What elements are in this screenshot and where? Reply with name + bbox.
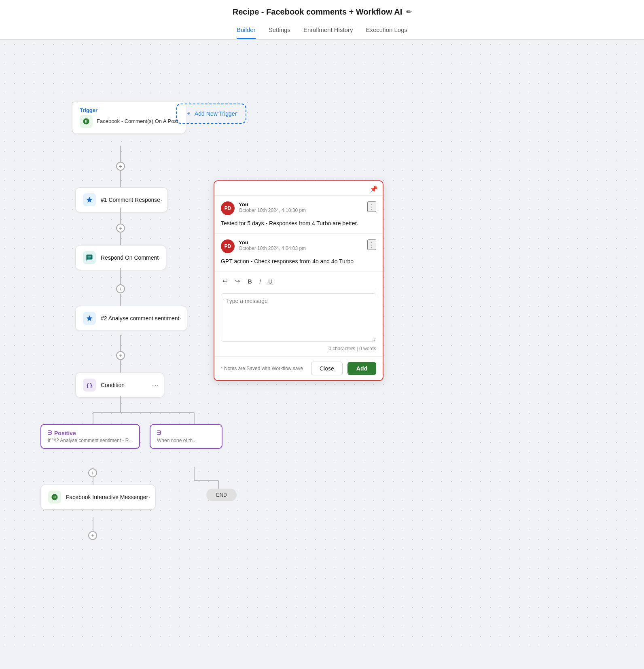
tab-builder[interactable]: Builder [237,22,256,39]
notes-footer: * Notes are Saved with Workflow save Clo… [214,356,383,380]
trigger-description: Facebook - Comment(s) On A Post [97,118,178,125]
comment-1-time: October 10th 2024, 4:10:30 pm [239,207,363,213]
add-trigger-label: Add New Trigger [195,110,237,117]
node-fb-messenger[interactable]: Facebook Interactive Messenger ⋯ [40,485,156,510]
node-3-menu[interactable]: ⋯ [175,314,182,323]
notes-header: 📌 [214,181,383,196]
ai-icon-2 [83,312,96,325]
redo-button[interactable]: ↪ [233,277,242,286]
node-respond-on-comment[interactable]: Respond On Comment ⋯ [75,245,166,270]
condition-icon: { } [83,379,96,392]
title-text: Recipe - Facebook comments + Workflow AI [233,7,402,17]
notes-panel: 📌 PD You October 10th 2024, 4:10:30 pm ⋮… [214,180,383,381]
branch-positive-subtitle: If "#2 Analyse comment sentiment - R... [48,438,133,443]
page-title: Recipe - Facebook comments + Workflow AI… [233,0,412,22]
italic-button[interactable]: I [258,277,263,286]
trigger-node[interactable]: Trigger Facebook - Comment(s) On A Post [72,101,186,134]
comment-2-time: October 10th 2024, 4:04:03 pm [239,246,363,251]
comment-2-text: GPT action - Check responses from 4o and… [221,257,376,266]
tab-execution-logs[interactable]: Execution Logs [366,22,407,39]
underline-button[interactable]: U [267,277,274,286]
node-2-menu[interactable]: ⋯ [154,253,161,262]
add-trigger-button[interactable]: ＋ Add New Trigger [176,104,246,124]
comment-1: PD You October 10th 2024, 4:10:30 pm ⋮ T… [214,196,383,234]
trigger-label: Trigger [80,107,178,113]
branch-none-subtitle: When none of th... [157,438,215,443]
branch-positive[interactable]: ᗱ Positive If "#2 Analyse comment sentim… [40,424,140,449]
node-condition[interactable]: { } Condition ⋯ [75,373,164,398]
node-2-label: Respond On Comment [101,254,159,261]
message-input[interactable] [221,293,376,342]
node-comment-response[interactable]: #1 Comment Response ⋯ [75,187,168,212]
comment-1-avatar: PD [221,201,235,215]
node-1-menu[interactable]: ⋯ [155,195,163,204]
plus-icon: ＋ [186,110,191,117]
edit-icon[interactable]: ✏ [406,8,411,16]
node-1-label: #1 Comment Response [101,197,160,203]
node-4-label: Condition [101,382,125,388]
comment-1-text: Tested for 5 days - Responses from 4 Tur… [221,219,376,228]
nav-tabs: Builder Settings Enrollment History Exec… [237,22,407,39]
plus-connector-5[interactable]: + [88,468,97,477]
branch-positive-title: ᗱ Positive [48,430,133,436]
add-button[interactable]: Add [347,362,376,375]
comment-1-author: You [239,201,363,207]
chat-icon-1 [83,251,96,264]
fb-messenger-label: Facebook Interactive Messenger [66,494,148,500]
ai-icon-1 [83,193,96,206]
editor-toolbar: ↩ ↪ B I U [221,277,376,289]
node-3-label: #2 Analyse comment sentiment [101,315,180,322]
comment-2-avatar: PD [221,239,235,253]
close-button[interactable]: Close [311,362,343,375]
tab-enrollment-history[interactable]: Enrollment History [303,22,353,39]
fb-icon [48,491,61,504]
char-count: 0 characters | 0 words [221,346,376,351]
branch-none-title: ᗱ [157,430,215,436]
editor-section: ↩ ↪ B I U 0 characters | 0 words [214,272,383,356]
node-analyse-sentiment[interactable]: #2 Analyse comment sentiment ⋯ [75,306,187,331]
fb-messenger-menu[interactable]: ⋯ [143,493,150,502]
undo-button[interactable]: ↩ [221,277,229,286]
plus-connector-1[interactable]: + [116,162,125,171]
plus-connector-2[interactable]: + [116,224,125,233]
comment-2-author: You [239,239,363,246]
plus-connector-4[interactable]: + [116,351,125,360]
comment-2: PD You October 10th 2024, 4:04:03 pm ⋮ G… [214,234,383,272]
plus-connector-3[interactable]: + [116,284,125,293]
workflow-canvas: Trigger Facebook - Comment(s) On A Post … [0,40,644,646]
page-header: Recipe - Facebook comments + Workflow AI… [0,0,644,40]
trigger-icon [80,115,93,128]
comment-1-menu[interactable]: ⋮ [367,201,376,212]
tab-settings[interactable]: Settings [269,22,290,39]
bold-button[interactable]: B [246,277,254,286]
notes-hint: * Notes are Saved with Workflow save [221,366,306,371]
node-4-menu[interactable]: ⋯ [152,381,159,390]
plus-connector-6[interactable]: + [88,531,97,540]
branch-none[interactable]: ᗱ When none of th... [150,424,222,449]
comment-2-menu[interactable]: ⋮ [367,239,376,250]
pin-icon[interactable]: 📌 [370,185,378,193]
end-node: END [206,489,237,501]
